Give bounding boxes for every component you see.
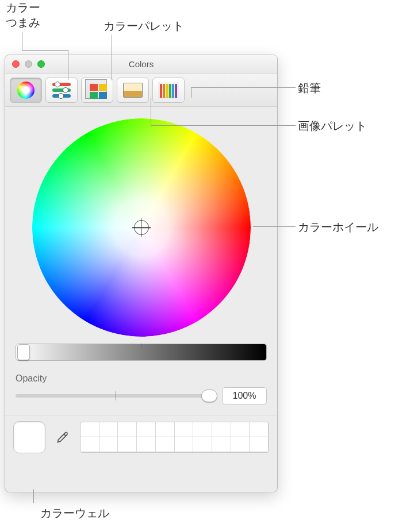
swatch-area [5, 415, 277, 461]
color-sliders-tab[interactable] [45, 78, 78, 103]
opacity-center-tick [116, 391, 116, 400]
colors-window: Colors Opacity [5, 55, 278, 492]
titlebar: Colors [5, 55, 277, 74]
saved-swatches-grid[interactable] [80, 422, 269, 453]
panel-body: Opacity 100% [5, 107, 277, 404]
callout-pencils: 鉛筆 [298, 80, 321, 95]
opacity-row: 100% [16, 387, 267, 404]
color-well[interactable] [13, 421, 45, 453]
eyedropper-icon [55, 430, 70, 445]
opacity-slider[interactable] [16, 394, 215, 398]
opacity-label: Opacity [16, 373, 267, 384]
opacity-value-field[interactable]: 100% [222, 387, 267, 404]
opacity-thumb[interactable] [201, 390, 217, 402]
color-wheel-tab[interactable] [10, 78, 42, 103]
image-icon [123, 83, 143, 98]
color-wheel-icon [17, 82, 35, 99]
center-tick [141, 344, 141, 347]
callout-image-palette: 画像パレット [298, 118, 367, 133]
pencils-icon [159, 82, 178, 98]
color-wheel-picker[interactable] [32, 118, 251, 337]
callout-color-well: カラーウェル [40, 506, 109, 521]
palette-icon [90, 84, 107, 99]
color-palettes-tab[interactable] [81, 78, 113, 103]
brightness-thumb[interactable] [17, 344, 30, 360]
eyedropper-button[interactable] [53, 428, 72, 446]
callout-color-palette: カラーパレット [104, 18, 184, 33]
picker-mode-toolbar [5, 74, 277, 107]
image-palettes-tab[interactable] [117, 78, 149, 103]
callout-color-wheel: カラーホイール [298, 219, 378, 234]
callout-color-knob: カラー つまみ [6, 0, 40, 30]
window-title: Colors [5, 59, 277, 69]
pencils-tab[interactable] [152, 78, 185, 103]
sliders-icon [52, 83, 71, 98]
brightness-slider[interactable] [16, 344, 267, 361]
wheel-crosshair-icon [134, 220, 149, 235]
